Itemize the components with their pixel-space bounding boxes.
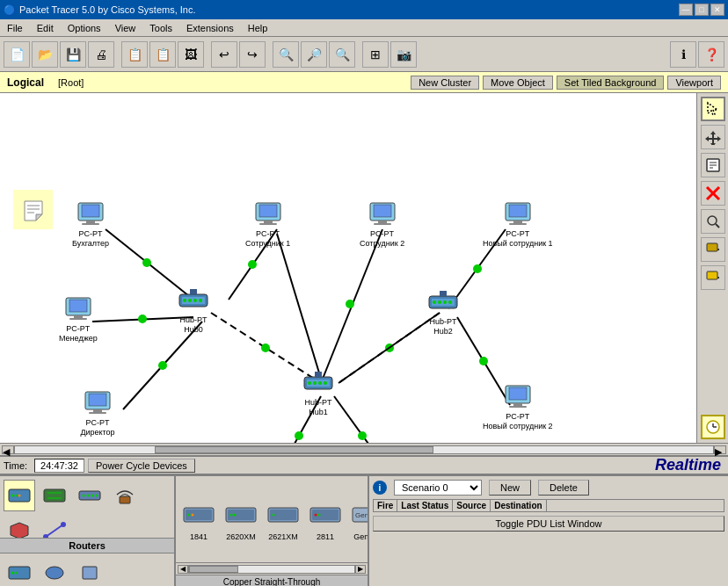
model-2621xm[interactable]: 2621XM xyxy=(264,496,302,543)
node-pc-new1[interactable]: PC-PTНовый сотрудник 1 xyxy=(483,199,553,249)
move-tool-button[interactable] xyxy=(701,125,725,149)
model-2811[interactable]: 2811 xyxy=(306,496,345,543)
note-icon[interactable] xyxy=(13,190,53,229)
maximize-button[interactable]: □ xyxy=(695,4,709,16)
menu-item-edit[interactable]: Edit xyxy=(33,22,57,34)
new-cluster-button[interactable]: New Cluster xyxy=(411,76,479,90)
subtype-option2[interactable] xyxy=(39,557,70,586)
scroll-right-button[interactable]: ▶ xyxy=(714,445,726,454)
scenario-dropdown[interactable]: Scenario 0 xyxy=(394,480,482,496)
models-scroll-right[interactable]: ▶ xyxy=(355,565,366,574)
scenario-select: Scenario 0 xyxy=(394,480,482,496)
svg-point-1 xyxy=(142,258,151,267)
undo-button[interactable]: ↩ xyxy=(211,41,237,68)
category-hubs[interactable] xyxy=(74,480,106,511)
scroll-left-button[interactable]: ◀ xyxy=(2,445,14,454)
zoom-fit-button[interactable]: 🔍 xyxy=(329,41,355,68)
delete-pdu-button[interactable]: Delete xyxy=(538,480,589,496)
svg-point-63 xyxy=(324,381,327,385)
node-pc-emp2[interactable]: PC-PTСотрудник 2 xyxy=(360,199,404,249)
model-1841[interactable]: 1841 xyxy=(179,496,218,543)
menu-item-tools[interactable]: Tools xyxy=(146,22,176,34)
open-button[interactable]: 📂 xyxy=(32,41,58,68)
subtype-option3[interactable] xyxy=(74,557,106,586)
node-hub0[interactable]: Hub-PTHub0 xyxy=(176,285,211,335)
node-pc-dir[interactable]: PC-PTДиректор xyxy=(80,387,115,438)
category-routers[interactable] xyxy=(4,480,35,511)
node-hub1[interactable]: Hub-PTHub1 xyxy=(301,367,336,417)
copy-button[interactable]: 📋 xyxy=(121,41,148,68)
models-scroll-left[interactable]: ◀ xyxy=(178,565,188,574)
info-button[interactable]: ℹ xyxy=(670,41,696,68)
node-label: PC-PTДиректор xyxy=(80,418,114,438)
svg-point-109 xyxy=(83,495,85,497)
node-pc-new2[interactable]: PC-PTНовый сотрудник 2 xyxy=(483,381,553,431)
svg-point-9 xyxy=(138,315,147,323)
zoom-in-button[interactable]: 🔍 xyxy=(273,41,299,68)
paste-button[interactable]: 📋 xyxy=(149,41,176,68)
print-button[interactable]: 🖨 xyxy=(88,41,114,68)
svg-rect-26 xyxy=(86,221,95,223)
new-pdu-button[interactable]: New xyxy=(489,480,531,496)
delete-tool-button[interactable] xyxy=(701,181,725,206)
toggle-pdu-button[interactable]: Toggle PDU List Window xyxy=(373,516,724,532)
set-tiled-bg-button[interactable]: Set Tiled Background xyxy=(557,76,665,90)
redo-button[interactable]: ↪ xyxy=(239,41,266,68)
power-cycle-button[interactable]: Power Cycle Devices xyxy=(88,459,195,473)
save-button[interactable]: 💾 xyxy=(60,41,86,68)
models-scroll-thumb[interactable] xyxy=(189,566,238,573)
scroll-thumb[interactable] xyxy=(155,446,434,453)
menu-item-file[interactable]: File xyxy=(4,22,26,34)
viewport-button[interactable]: Viewport xyxy=(667,76,721,90)
clock-button[interactable] xyxy=(701,415,725,439)
node-label: PC-PTНовый сотрудник 1 xyxy=(483,229,553,249)
svg-line-21 xyxy=(334,396,391,443)
image-button[interactable]: 🖼 xyxy=(178,41,204,68)
model-2620xm[interactable]: 2620XM xyxy=(222,496,260,543)
svg-point-11 xyxy=(261,344,270,352)
pdu-send-button[interactable] xyxy=(701,265,725,290)
model-generic[interactable]: Generic Generic xyxy=(348,496,368,543)
move-object-button[interactable]: Move Object xyxy=(483,76,553,90)
menu-item-help[interactable]: Help xyxy=(244,22,272,34)
svg-rect-72 xyxy=(509,406,527,408)
scroll-track[interactable] xyxy=(14,445,714,454)
svg-point-119 xyxy=(15,572,18,575)
node-hub2[interactable]: Hub-PTHub2 xyxy=(426,286,461,336)
node-label: Hub-PTHub0 xyxy=(179,315,207,335)
svg-rect-92 xyxy=(707,243,717,251)
zoom-tool-button[interactable] xyxy=(701,209,725,234)
grid-button[interactable]: ⊞ xyxy=(362,41,389,68)
node-label: PC-PTСотрудник 1 xyxy=(245,229,290,249)
pdu-panel: i Scenario 0 New Delete Fire Last Status… xyxy=(369,476,728,586)
svg-rect-34 xyxy=(378,221,387,223)
note-tool-button[interactable] xyxy=(701,153,725,177)
help-button[interactable]: ❓ xyxy=(698,41,724,68)
svg-rect-57 xyxy=(440,291,447,296)
pdu-add-button[interactable] xyxy=(701,237,725,262)
network-canvas[interactable]: PC-PTБухгалтер PC-PTСотрудник 1 xyxy=(0,93,696,443)
screenshot-button[interactable]: 📷 xyxy=(390,41,417,68)
svg-point-129 xyxy=(234,514,237,517)
models-scrollbar[interactable]: ◀ ▶ xyxy=(176,562,368,575)
menu-item-extensions[interactable]: Extensions xyxy=(183,22,237,34)
node-pc-mgr[interactable]: PC-PTМенеджер xyxy=(59,293,98,344)
subtype-all-routers[interactable] xyxy=(4,557,35,586)
new-button[interactable]: 📄 xyxy=(4,41,30,68)
pc-icon xyxy=(61,293,96,324)
col-last-status: Last Status xyxy=(397,500,453,511)
menu-item-view[interactable]: View xyxy=(112,22,140,34)
node-pc-emp1[interactable]: PC-PTСотрудник 1 xyxy=(245,199,290,249)
node-pc-buh[interactable]: PC-PTБухгалтер xyxy=(72,199,109,249)
horizontal-scrollbar[interactable]: ◀ ▶ xyxy=(0,443,728,455)
close-button[interactable]: ✕ xyxy=(710,4,724,16)
zoom-out-button[interactable]: 🔎 xyxy=(301,41,327,68)
svg-point-20 xyxy=(295,431,303,440)
menu-item-options[interactable]: Options xyxy=(64,22,105,34)
category-wireless[interactable] xyxy=(109,480,141,511)
model-name: 2811 xyxy=(317,532,334,541)
minimize-button[interactable]: — xyxy=(679,4,693,16)
models-scroll-track[interactable] xyxy=(188,565,355,574)
select-tool-button[interactable] xyxy=(701,97,725,121)
category-switches[interactable] xyxy=(39,480,70,511)
